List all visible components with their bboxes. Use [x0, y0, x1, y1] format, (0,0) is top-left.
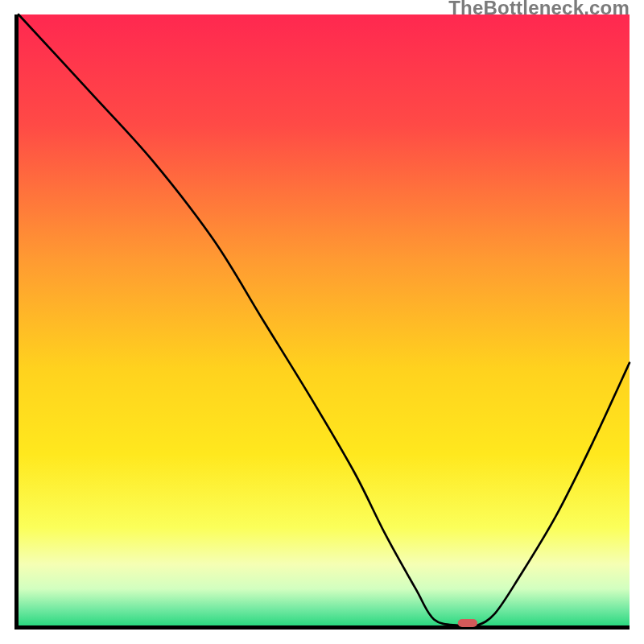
- curve-layer: [19, 14, 630, 625]
- bottleneck-curve: [19, 14, 630, 626]
- optimal-marker: [458, 619, 477, 627]
- plot-area: [14, 14, 630, 630]
- bottleneck-chart: TheBottleneck.com: [0, 0, 644, 644]
